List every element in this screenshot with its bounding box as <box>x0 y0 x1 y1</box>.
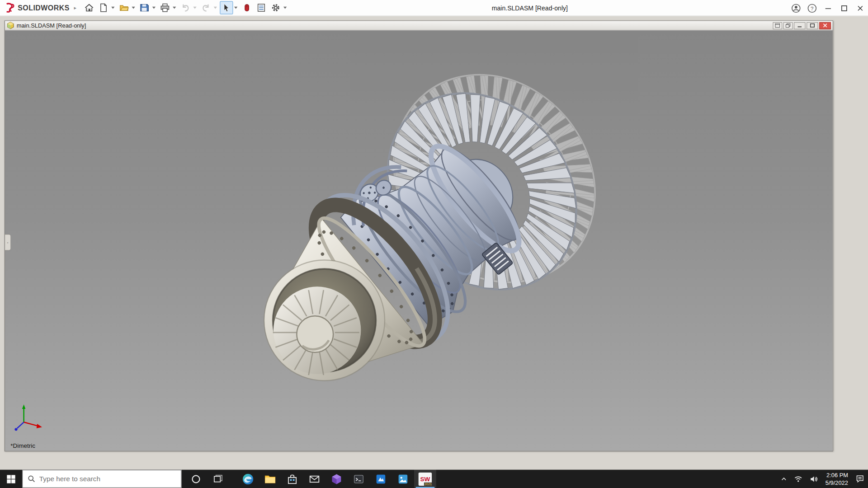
redo-button[interactable] <box>199 1 212 14</box>
new-document-button[interactable] <box>97 1 110 14</box>
close-button[interactable] <box>852 0 868 16</box>
redo-dropdown[interactable] <box>214 7 217 9</box>
open-button[interactable] <box>118 1 131 14</box>
doc-tile-button[interactable] <box>773 22 782 29</box>
search-icon <box>28 475 35 483</box>
new-document-dropdown[interactable] <box>111 7 114 9</box>
search-input[interactable] <box>39 475 176 483</box>
undo-button[interactable] <box>179 1 192 14</box>
taskbar-app-dark[interactable] <box>348 470 370 488</box>
solidworks-icon: SW 2021 <box>419 472 432 485</box>
action-center-icon <box>855 474 865 483</box>
photos-icon <box>396 472 410 485</box>
account-icon <box>791 3 801 13</box>
close-icon <box>855 3 865 13</box>
file-properties-icon <box>256 3 266 13</box>
file-properties-button[interactable] <box>255 1 268 14</box>
toolbar-expand-arrow[interactable]: ▸ <box>74 5 77 10</box>
taskbar-spacer <box>229 470 237 488</box>
ds-logo-icon <box>5 2 15 13</box>
app-window-controls: ? <box>788 0 868 16</box>
cortana-icon <box>191 474 201 484</box>
orientation-triad[interactable] <box>14 404 42 431</box>
system-tray: 2:06 PM 5/9/2022 <box>777 470 868 488</box>
app-window-title: main.SLDASM [Read-only] <box>492 0 568 16</box>
print-button[interactable] <box>158 1 171 14</box>
home-icon <box>84 3 94 13</box>
cortana-button[interactable] <box>185 470 207 488</box>
assembly-icon <box>7 22 14 29</box>
mail-icon <box>308 472 321 485</box>
gear-icon <box>271 3 281 13</box>
taskbar-clock[interactable]: 2:06 PM 5/9/2022 <box>821 471 852 486</box>
doc-close-button[interactable] <box>819 22 831 29</box>
view-orientation-label: *Dimetric <box>10 442 35 449</box>
doc-restore-icon <box>810 23 815 28</box>
account-button[interactable] <box>788 0 804 16</box>
volume-button[interactable] <box>806 470 821 488</box>
taskbar-app-solidworks[interactable]: SW 2021 <box>414 470 436 488</box>
select-tool-button[interactable] <box>220 1 233 14</box>
taskbar-app-store[interactable] <box>281 470 303 488</box>
network-button[interactable] <box>791 470 806 488</box>
save-dropdown[interactable] <box>152 7 156 9</box>
taskbar-search[interactable] <box>22 470 182 488</box>
taskbar-app-cube[interactable] <box>326 470 348 488</box>
save-button[interactable] <box>138 1 151 14</box>
dark-app-icon <box>352 472 365 485</box>
chevron-up-icon <box>781 475 788 482</box>
open-folder-icon <box>119 3 129 13</box>
taskbar-app-blue[interactable] <box>370 470 392 488</box>
select-dropdown[interactable] <box>234 7 237 9</box>
cube-app-icon <box>330 472 343 485</box>
nozzle[interactable] <box>264 260 385 381</box>
action-center-button[interactable] <box>852 470 868 488</box>
solidworks-logo: SOLIDWORKS <box>0 2 73 13</box>
engine-model[interactable] <box>5 30 833 451</box>
doc-minimize-button[interactable] <box>794 22 806 29</box>
select-cursor-icon <box>222 3 231 13</box>
network-icon <box>794 474 803 483</box>
mouse-gestures-icon <box>242 3 252 13</box>
document-window-controls <box>773 22 831 29</box>
solidworks-icon-text: SW <box>420 475 430 482</box>
maximize-icon <box>839 3 849 13</box>
tray-expand-button[interactable] <box>777 470 790 488</box>
clock-time: 2:06 PM <box>826 471 848 479</box>
task-view-button[interactable] <box>207 470 229 488</box>
windows-logo-icon <box>6 474 16 484</box>
blue-app-icon <box>374 472 387 485</box>
feature-tree-collapsed-tab[interactable]: ◦ <box>5 234 11 251</box>
undo-dropdown[interactable] <box>193 7 196 9</box>
help-icon: ? <box>807 3 817 13</box>
mouse-gestures-button[interactable] <box>241 1 254 14</box>
home-button[interactable] <box>83 1 96 14</box>
open-dropdown[interactable] <box>132 7 135 9</box>
brand-name: SOLIDWORKS <box>18 4 70 12</box>
taskbar-app-photos[interactable] <box>392 470 414 488</box>
maximize-button[interactable] <box>836 0 852 16</box>
doc-cascade-button[interactable] <box>783 22 793 29</box>
doc-close-icon <box>823 23 828 28</box>
document-titlebar[interactable]: main.SLDASM [Read-only] <box>5 21 833 31</box>
taskbar-app-file-explorer[interactable] <box>259 470 281 488</box>
taskbar-app-mail[interactable] <box>303 470 326 488</box>
viewport-3d[interactable]: ◦ *Dimetric <box>5 30 833 451</box>
solidworks-icon-year: 2021 <box>424 483 433 486</box>
options-dropdown[interactable] <box>283 7 287 9</box>
help-button[interactable]: ? <box>804 0 820 16</box>
redo-icon <box>201 3 211 13</box>
edge-icon <box>241 472 255 485</box>
taskbar-app-edge[interactable] <box>237 470 259 488</box>
doc-restore-button[interactable] <box>807 22 818 29</box>
print-dropdown[interactable] <box>173 7 176 9</box>
windows-taskbar: SW 2021 <box>0 470 868 488</box>
minimize-button[interactable] <box>820 0 836 16</box>
app-titlebar: SOLIDWORKS ▸ <box>0 0 868 16</box>
undo-icon <box>180 3 190 13</box>
options-button[interactable] <box>269 1 282 14</box>
volume-icon <box>809 474 818 483</box>
start-button[interactable] <box>0 470 22 488</box>
document-title: main.SLDASM [Read-only] <box>17 22 86 29</box>
new-document-icon <box>99 3 108 13</box>
